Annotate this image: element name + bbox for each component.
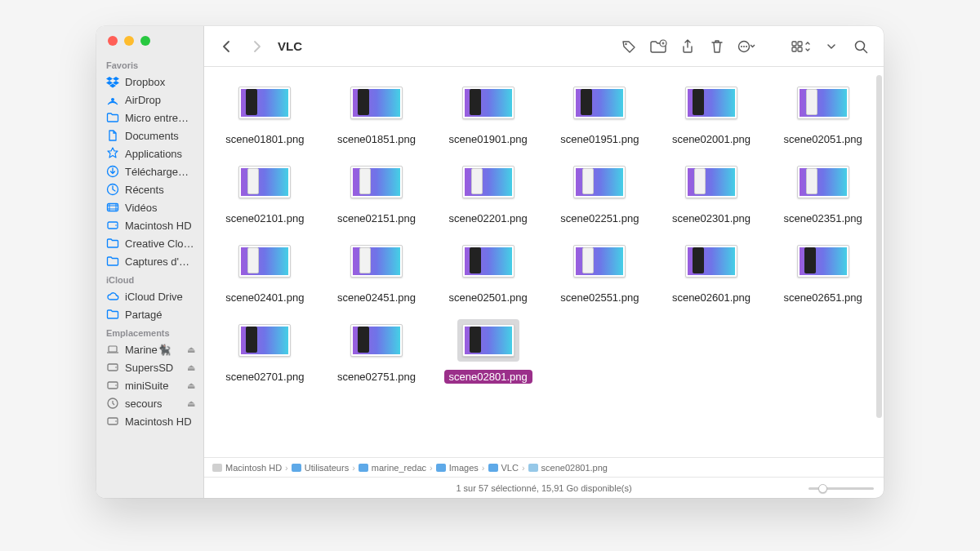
- clock-icon: [106, 183, 119, 196]
- folder-icon: [436, 464, 446, 472]
- file-thumbnail: [345, 240, 408, 282]
- sidebar-item[interactable]: Partagé: [96, 305, 203, 323]
- main-area: VLC: [204, 26, 884, 498]
- file-thumbnail: [345, 319, 408, 362]
- window-controls: [96, 36, 203, 56]
- sidebar-item[interactable]: Vidéos: [96, 198, 203, 216]
- sidebar-item[interactable]: Applications: [96, 144, 203, 162]
- file-item[interactable]: scene02801.png: [434, 314, 542, 389]
- file-item[interactable]: scene02201.png: [434, 156, 542, 230]
- sidebar-item[interactable]: Télécharge…: [96, 162, 203, 180]
- file-item[interactable]: scene02451.png: [323, 235, 431, 309]
- sidebar-item[interactable]: AirDrop: [96, 91, 203, 109]
- file-item[interactable]: scene02601.png: [657, 235, 766, 309]
- view-options-button[interactable]: [791, 35, 813, 58]
- zoom-button[interactable]: [140, 36, 150, 46]
- file-thumbnail: [234, 161, 296, 203]
- file-thumbnail: [457, 240, 519, 282]
- sidebar-item[interactable]: Macintosh HD: [96, 216, 203, 234]
- file-item[interactable]: scene02351.png: [768, 156, 877, 230]
- path-crumb[interactable]: Utilisateurs: [292, 463, 349, 473]
- svg-point-14: [625, 42, 626, 44]
- folder-icon: [106, 237, 119, 250]
- file-thumbnail: [792, 161, 854, 203]
- file-item[interactable]: scene02251.png: [546, 156, 654, 230]
- sidebar-item-label: Vidéos: [125, 202, 158, 214]
- forward-button[interactable]: [245, 35, 268, 58]
- folder-icon: [359, 464, 368, 472]
- airdrop-icon: [106, 93, 119, 106]
- share-button[interactable]: [676, 35, 699, 58]
- sidebar-item[interactable]: iCloud Drive: [96, 287, 203, 305]
- sidebar-item[interactable]: SupersSD⏏: [96, 358, 203, 376]
- dropbox-icon: [106, 75, 119, 88]
- sidebar-item[interactable]: Captures d'…: [96, 252, 203, 270]
- search-button[interactable]: [849, 35, 872, 58]
- hdd-icon: [106, 219, 119, 232]
- zoom-slider[interactable]: [808, 482, 874, 494]
- actions-button[interactable]: [735, 35, 758, 58]
- close-button[interactable]: [108, 36, 118, 46]
- eject-icon[interactable]: ⏏: [187, 398, 195, 409]
- path-crumb[interactable]: Macintosh HD: [212, 463, 282, 473]
- path-crumb[interactable]: scene02801.png: [528, 463, 608, 473]
- file-thumbnail: [345, 161, 408, 203]
- sidebar-item[interactable]: Récents: [96, 180, 203, 198]
- sidebar-item-label: Dropbox: [125, 76, 165, 88]
- file-item[interactable]: scene01951.png: [546, 77, 654, 151]
- trash-button[interactable]: [706, 35, 728, 58]
- file-item[interactable]: scene02401.png: [211, 235, 319, 309]
- file-item[interactable]: scene02701.png: [211, 314, 319, 389]
- file-item[interactable]: scene02301.png: [657, 156, 766, 230]
- file-label: scene02601.png: [667, 291, 755, 304]
- file-grid-area[interactable]: scene01801.pngscene01851.pngscene01901.p…: [204, 67, 884, 457]
- sidebar-item[interactable]: Creative Clo…: [96, 234, 203, 252]
- file-item[interactable]: scene02051.png: [768, 77, 877, 151]
- finder-window: FavorisDropboxAirDropMicro entre…Documen…: [96, 26, 884, 498]
- sidebar-item[interactable]: miniSuite⏏: [96, 376, 203, 394]
- svg-rect-22: [792, 47, 796, 51]
- file-item[interactable]: scene02001.png: [657, 77, 766, 151]
- back-button[interactable]: [216, 35, 238, 58]
- file-item[interactable]: scene01801.png: [211, 77, 319, 151]
- path-crumb[interactable]: Images: [436, 463, 479, 473]
- hdd-icon: [106, 361, 119, 374]
- file-label: scene02001.png: [667, 132, 755, 146]
- sidebar-item-label: Macintosh HD: [125, 220, 192, 232]
- file-item[interactable]: scene02751.png: [323, 314, 431, 389]
- sidebar-item-label: Marine🐈‍⬛: [125, 344, 171, 356]
- file-item[interactable]: scene02651.png: [768, 235, 877, 309]
- path-label: Macintosh HD: [225, 463, 282, 473]
- sidebar-item[interactable]: Documents: [96, 127, 203, 144]
- file-item[interactable]: scene02101.png: [211, 156, 319, 230]
- path-crumb[interactable]: marine_redac: [359, 463, 426, 473]
- sidebar-item[interactable]: secours⏏: [96, 394, 203, 412]
- file-item[interactable]: scene01851.png: [323, 77, 431, 151]
- group-button[interactable]: [820, 35, 843, 58]
- file-item[interactable]: scene01901.png: [434, 77, 542, 151]
- file-label: scene02051.png: [779, 132, 867, 146]
- eject-icon[interactable]: ⏏: [187, 380, 195, 391]
- path-crumb[interactable]: VLC: [488, 463, 519, 473]
- sidebar-item-label: miniSuite: [125, 380, 168, 392]
- sidebar-item[interactable]: Macintosh HD: [96, 412, 203, 430]
- file-label: scene02501.png: [444, 291, 532, 304]
- sidebar-item-label: SupersSD: [125, 362, 173, 374]
- tags-button[interactable]: [617, 35, 640, 58]
- eject-icon[interactable]: ⏏: [187, 344, 195, 355]
- file-item[interactable]: scene02551.png: [546, 235, 654, 309]
- sidebar-item-label: Captures d'…: [125, 256, 189, 268]
- scrollbar[interactable]: [876, 75, 882, 418]
- eject-icon[interactable]: ⏏: [187, 362, 195, 373]
- file-item[interactable]: scene02501.png: [434, 235, 542, 309]
- sidebar-item[interactable]: Marine🐈‍⬛⏏: [96, 340, 203, 358]
- svg-rect-21: [798, 42, 802, 46]
- file-thumbnail: [457, 82, 519, 124]
- file-thumbnail: [345, 82, 408, 124]
- minimize-button[interactable]: [124, 36, 134, 46]
- file-item[interactable]: scene02151.png: [323, 156, 431, 230]
- sidebar-item[interactable]: Dropbox: [96, 73, 203, 91]
- sidebar-item-label: Micro entre…: [125, 112, 189, 124]
- new-folder-button[interactable]: [647, 35, 670, 58]
- sidebar-item[interactable]: Micro entre…: [96, 109, 203, 127]
